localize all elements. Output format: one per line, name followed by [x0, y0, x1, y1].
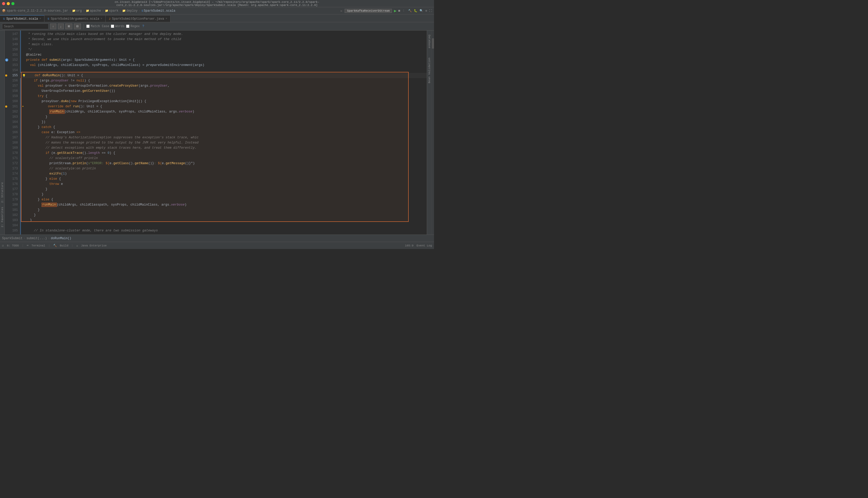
- vertical-scrollbar[interactable]: [431, 30, 434, 235]
- find-options-button[interactable]: ⊟: [74, 24, 81, 29]
- tab-sparksubmitargs[interactable]: S SparkSubmitArguments.scala ×: [44, 15, 106, 22]
- code-line-159: try {: [20, 94, 427, 99]
- database-panel-label[interactable]: Database: [427, 32, 432, 50]
- bc-sep1: ›: [24, 237, 25, 240]
- line-184: 184: [5, 223, 20, 228]
- tab-close-sparksubmitargs[interactable]: ×: [101, 17, 102, 20]
- regex-label: Regex: [131, 25, 140, 28]
- position-label: 165:9: [405, 244, 413, 247]
- apache-label: apache: [90, 9, 101, 13]
- code-line-185: // In standalone-cluster mode, there are…: [20, 228, 427, 233]
- deploy-label: deploy: [126, 9, 137, 13]
- tab-sparksubmit[interactable]: S SparkSubmit.scala ×: [0, 15, 44, 22]
- line-175: 175: [5, 176, 20, 182]
- java-enterprise-icon: ☕: [76, 244, 78, 247]
- jar-icon: 📦: [2, 9, 6, 12]
- words-option[interactable]: Words: [111, 25, 124, 28]
- code-line-170: if (e.getStackTrace().length == 0) {: [20, 150, 427, 156]
- breadcrumb-sparksubmit[interactable]: SparkSubmit: [2, 237, 23, 240]
- build-icon[interactable]: 🔨: [408, 9, 412, 12]
- settings-icon[interactable]: ⚙: [425, 9, 427, 12]
- tab-close-sparksubmitoptionparser[interactable]: ×: [166, 17, 167, 20]
- code-line-177: }: [20, 187, 427, 192]
- words-checkbox[interactable]: [111, 25, 114, 28]
- breadcrumb-submit[interactable]: submit(...): [26, 237, 47, 240]
- code-line-173: // scalastyle:on println: [20, 166, 427, 171]
- run-more-icon[interactable]: ⋮: [402, 9, 405, 12]
- tab-close-sparksubmit[interactable]: ×: [40, 17, 41, 20]
- close-button[interactable]: [2, 2, 5, 5]
- line-183: 183: [5, 218, 20, 223]
- code-line-162: runMain(childArgs, childClasspath, sysPr…: [20, 109, 427, 114]
- code-line-147: * running the child main class based on …: [20, 31, 427, 37]
- favorites-panel-label[interactable]: 2: Favorites: [0, 205, 5, 230]
- event-log-label[interactable]: Event Log: [417, 244, 432, 247]
- run-play-icon[interactable]: ▶: [394, 8, 396, 13]
- line-168: 168: [5, 140, 20, 145]
- run-config-label[interactable]: SparkKafkaReceiverDStream: [344, 9, 392, 13]
- code-line-168: // makes the message printed to the outp…: [20, 140, 427, 145]
- java-enterprise-label[interactable]: Java Enterprise: [81, 244, 107, 247]
- sep1: ›: [69, 9, 71, 13]
- regex-option[interactable]: Regex: [126, 25, 140, 28]
- regex-help-icon[interactable]: ?: [143, 25, 144, 28]
- breadcrumb-bar: SparkSubmit › submit(...) › doRunMain(): [0, 235, 434, 242]
- tab-sparksubmitoptionparser[interactable]: J SparkSubmitOptionParser.java ×: [106, 15, 171, 22]
- code-line-172: printStream.println(s"ERROR: ${e.getClas…: [20, 161, 427, 166]
- jar-label: spark-core_2.11-2.2.0-sources.jar: [7, 9, 68, 13]
- traffic-lights: [2, 2, 14, 5]
- line-171: 171: [5, 156, 20, 161]
- scrollbar-thumb[interactable]: [432, 38, 434, 49]
- code-line-171: // scalastyle:off println: [20, 156, 427, 161]
- code-line-153: val (childArgs, childClasspath, sysProps…: [20, 63, 427, 68]
- fullscreen-icon[interactable]: ⛶: [429, 9, 432, 12]
- code-editor[interactable]: * running the child main class based on …: [20, 30, 427, 235]
- code-line-149: * main class.: [20, 42, 427, 47]
- breadcrumb-dorunmain[interactable]: doRunMain(): [51, 237, 71, 240]
- match-case-checkbox[interactable]: [86, 25, 90, 28]
- line-numbers-gutter: 147 148 149 150 151 ↻ 152 153 154 155 15…: [5, 30, 20, 235]
- org-label: org: [76, 9, 82, 13]
- line-181: 181: [5, 207, 20, 212]
- code-line-155: 💡 def doRunMain(): Unit = {: [20, 73, 427, 78]
- code-line-167: // Hadoop's AuthorizationException suppr…: [20, 135, 427, 140]
- terminal-label[interactable]: Terminal: [31, 244, 45, 247]
- line-173: 173: [5, 166, 20, 171]
- line-156: 156: [5, 78, 20, 83]
- minimize-button[interactable]: [7, 2, 10, 5]
- line-172: 172: [5, 161, 20, 166]
- orange-dot-icon: ●: [22, 105, 24, 108]
- scala-file-icon2: S: [48, 17, 49, 21]
- structure-panel-label[interactable]: 2: Structure: [0, 180, 5, 205]
- org-icon: 📁: [72, 9, 76, 12]
- bean-validation-panel-label[interactable]: Bean Validation: [427, 56, 432, 85]
- search-input[interactable]: [2, 24, 49, 29]
- build-label[interactable]: Build: [60, 244, 68, 247]
- code-line-175: } else {: [20, 176, 427, 182]
- match-case-option[interactable]: Match Case: [86, 25, 109, 28]
- search-everywhere-icon[interactable]: 🔍: [420, 9, 423, 12]
- maximize-button[interactable]: [11, 2, 14, 5]
- line-178: 178: [5, 192, 20, 197]
- match-case-label: Match Case: [91, 25, 109, 28]
- line-176: 176: [5, 182, 20, 187]
- apache-icon: 📁: [86, 9, 90, 12]
- runMain-highlight-2: runMain: [42, 203, 57, 207]
- line-158: 158: [5, 89, 20, 94]
- find-prev-button[interactable]: ↑: [50, 24, 56, 29]
- code-line-165: } catch {: [20, 124, 427, 130]
- run-debug-icon[interactable]: 🐛: [414, 9, 418, 12]
- right-side-panel: Database Bean Validation: [427, 30, 431, 235]
- run-stop-icon[interactable]: ■: [398, 9, 400, 13]
- code-line-181: }: [20, 207, 427, 212]
- code-line-183: }: [20, 218, 427, 223]
- status-right: 165:9 Event Log: [405, 244, 432, 247]
- regex-checkbox[interactable]: [126, 25, 130, 28]
- find-next-button[interactable]: ↓: [58, 24, 64, 29]
- code-line-158: UserGroupInformation.getCurrentUser()): [20, 89, 427, 94]
- editor-main: 2: Structure 2: Favorites 147 148 149 15…: [0, 30, 434, 235]
- left-structure-panel: 2: Structure 2: Favorites: [0, 30, 5, 235]
- code-line-178: }: [20, 192, 427, 197]
- find-filter-button[interactable]: ⊞: [65, 24, 72, 29]
- todo-label[interactable]: 6: TODO: [7, 244, 19, 247]
